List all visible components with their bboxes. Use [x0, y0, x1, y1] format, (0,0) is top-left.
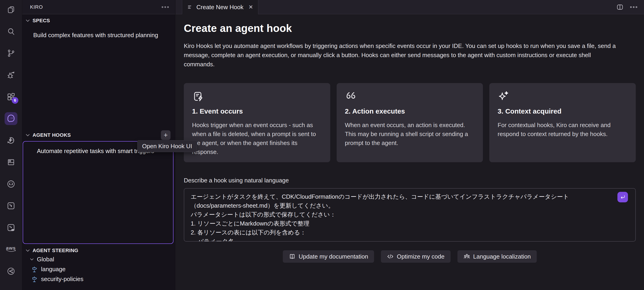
button-label: Language localization — [473, 253, 531, 260]
people-icon — [464, 253, 470, 260]
tree-group-global[interactable]: Global — [22, 254, 175, 264]
card-title: 3. Context acquired — [498, 107, 628, 115]
specs-item[interactable]: Build complex features with structured p… — [22, 32, 175, 39]
chevron-down-icon — [26, 19, 30, 22]
section-agent-steering-label: AGENT STEERING — [32, 247, 78, 253]
tree-item-security-policies[interactable]: security-policies — [22, 274, 175, 284]
chevron-down-icon — [30, 258, 34, 261]
aws-icon[interactable]: aws — [4, 243, 18, 256]
return-arrow-icon — [620, 194, 626, 200]
book-icon — [289, 253, 296, 260]
page-intro: Kiro Hooks let you automate agent workfl… — [184, 41, 622, 69]
tree-item-language[interactable]: language — [22, 264, 175, 274]
code-icon — [387, 253, 394, 260]
info-cards: 1. Event occurs Hooks trigger when an ev… — [184, 83, 636, 162]
github-icon[interactable] — [4, 178, 18, 190]
tab-bar: Create New Hook ✕ — [176, 0, 644, 14]
page-title: Create an agent hook — [184, 22, 636, 35]
sidebar-header: KIRO — [22, 0, 175, 14]
section-specs[interactable]: SPECS — [22, 17, 175, 24]
signpost-icon — [32, 276, 38, 282]
card-body: Hooks trigger when an event occurs - suc… — [192, 121, 322, 156]
tab-create-new-hook[interactable]: Create New Hook ✕ — [182, 0, 258, 14]
button-label: Update my documentation — [298, 253, 368, 260]
open-kiro-hook-ui-tooltip: Open Kiro Hook UI — [137, 140, 197, 152]
editor-area: Create New Hook ✕ Create an agent hook K… — [176, 0, 644, 290]
hook-list-icon — [187, 4, 193, 10]
sidebar-title: KIRO — [30, 4, 43, 10]
card-event-occurs: 1. Event occurs Hooks trigger when an ev… — [184, 83, 330, 162]
tree-group-label: Global — [37, 256, 54, 263]
sparkles-icon — [498, 90, 628, 103]
add-hook-button[interactable]: + — [161, 130, 170, 140]
tree-item-label: security-policies — [41, 275, 84, 283]
update-documentation-button[interactable]: Update my documentation — [283, 250, 374, 263]
chevron-down-icon — [26, 134, 30, 137]
files-icon[interactable] — [4, 3, 18, 16]
terraform-icon[interactable] — [4, 199, 18, 212]
sidebar-more-actions-icon[interactable] — [161, 6, 169, 9]
file-bolt-icon — [192, 90, 322, 103]
button-label: Optimize my code — [397, 253, 444, 260]
activity-bar: 6 — [0, 0, 22, 290]
card-title: 1. Event occurs — [192, 107, 322, 115]
source-control-icon[interactable] — [4, 47, 18, 60]
terraform-cloud-icon[interactable] — [4, 221, 18, 234]
extensions-icon[interactable]: 6 — [4, 90, 18, 103]
agent-hooks-panel: Automate repetitive tasks with smart tri… — [23, 141, 174, 244]
card-body: For contextual hooks, Kiro can receive a… — [498, 121, 628, 139]
box-icon[interactable] — [4, 156, 18, 169]
quote-icon — [345, 90, 475, 103]
submit-hook-button[interactable] — [618, 192, 628, 202]
card-title: 2. Action executes — [345, 107, 475, 115]
section-specs-label: SPECS — [32, 18, 50, 24]
chevron-down-icon — [26, 249, 30, 252]
hook-description-input[interactable]: エージェントがタスクを終えて、CDK/CloudFormationのコードが出力… — [184, 188, 636, 242]
aws-logo-text: aws — [6, 246, 16, 250]
language-localization-button[interactable]: Language localization — [458, 250, 537, 263]
prompt-label: Describe a hook using natural language — [184, 177, 636, 184]
tab-title: Create New Hook — [196, 4, 244, 11]
split-editor-icon[interactable] — [616, 3, 624, 11]
tree-item-label: language — [41, 266, 66, 273]
extensions-badge: 6 — [12, 97, 18, 104]
debug-icon[interactable] — [4, 69, 18, 82]
kiro-chat-flash-icon[interactable] — [4, 134, 18, 147]
section-agent-hooks[interactable]: AGENT HOOKS + — [22, 130, 175, 140]
quick-actions: Update my documentation Optimize my code — [184, 250, 636, 263]
kiro-ide-window: 6 — [0, 0, 644, 290]
hook-page: Create an agent hook Kiro Hooks let you … — [176, 14, 644, 263]
section-agent-steering[interactable]: AGENT STEERING — [22, 247, 175, 254]
kiro-ghost-icon[interactable] — [4, 112, 18, 125]
editor-toolbar — [616, 0, 638, 14]
signpost-icon — [32, 266, 38, 272]
search-icon[interactable] — [4, 25, 18, 38]
card-body: When an event occurs, an action is execu… — [345, 121, 475, 148]
hook-description-value: エージェントがタスクを終えて、CDK/CloudFormationのコードが出力… — [184, 189, 635, 242]
more-actions-icon[interactable] — [630, 6, 638, 9]
section-agent-hooks-label: AGENT HOOKS — [32, 132, 71, 138]
optimize-code-button[interactable]: Optimize my code — [381, 250, 450, 263]
close-tab-icon[interactable]: ✕ — [248, 4, 253, 10]
card-action-executes: 2. Action executes When an event occurs,… — [337, 83, 483, 162]
share-network-icon[interactable] — [4, 265, 18, 277]
card-context-acquired: 3. Context acquired For contextual hooks… — [489, 83, 636, 162]
